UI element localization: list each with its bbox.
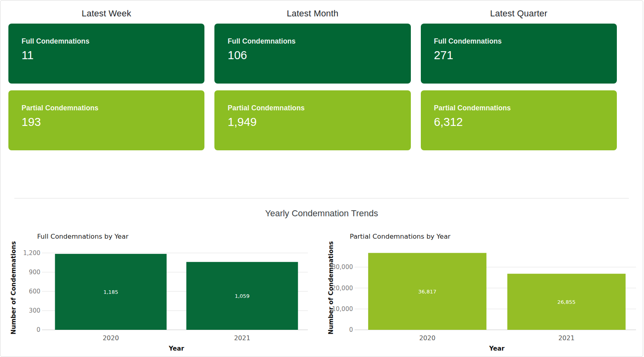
card-value: 6,312 xyxy=(434,116,609,129)
section-divider xyxy=(14,198,629,199)
x-tick-label: 2020 xyxy=(103,334,119,342)
full-condemnations-chart: 03006009001,2001,18520201,0592021Full Co… xyxy=(8,222,318,355)
summary-section: Latest Week Full Condemnations 11 Partia… xyxy=(0,0,643,157)
bar-value-label: 26,855 xyxy=(557,299,576,305)
card-value: 106 xyxy=(228,49,402,62)
card-label: Full Condemnations xyxy=(228,37,402,46)
period-title: Latest Quarter xyxy=(421,8,617,19)
x-axis-title: Year xyxy=(489,345,505,352)
y-tick-label: 600 xyxy=(29,288,40,295)
full-condemnations-card: Full Condemnations 11 xyxy=(8,24,204,84)
summary-column-week: Latest Week Full Condemnations 11 Partia… xyxy=(8,8,204,157)
card-label: Partial Condemnations xyxy=(22,104,196,112)
y-tick-label: 0 xyxy=(349,326,353,333)
summary-column-month: Latest Month Full Condemnations 106 Part… xyxy=(214,8,410,157)
dashboard-root: Latest Week Full Condemnations 11 Partia… xyxy=(0,0,643,357)
card-value: 11 xyxy=(22,49,196,62)
y-tick-label: 10,000 xyxy=(332,305,353,313)
card-value: 1,949 xyxy=(228,116,402,129)
partial-condemnations-card: Partial Condemnations 1,949 xyxy=(214,90,410,150)
period-title: Latest Week xyxy=(8,8,204,19)
partial-condemnations-card: Partial Condemnations 6,312 xyxy=(421,90,617,150)
bar-value-label: 1,185 xyxy=(103,289,118,295)
x-tick-label: 2021 xyxy=(234,334,250,342)
bar-value-label: 1,059 xyxy=(235,293,250,299)
card-value: 193 xyxy=(22,116,196,129)
card-label: Partial Condemnations xyxy=(434,104,609,112)
bar-value-label: 36,817 xyxy=(418,289,437,295)
y-tick-label: 300 xyxy=(29,307,40,314)
y-tick-label: 30,000 xyxy=(332,263,353,271)
y-axis-title: Number of Condemnations xyxy=(10,241,17,335)
y-tick-label: 20,000 xyxy=(332,285,353,292)
card-label: Partial Condemnations xyxy=(228,104,402,112)
period-title: Latest Month xyxy=(214,8,410,19)
card-label: Full Condemnations xyxy=(22,37,196,46)
x-tick-label: 2020 xyxy=(419,334,436,342)
y-tick-label: 0 xyxy=(36,326,40,333)
summary-column-quarter: Latest Quarter Full Condemnations 271 Pa… xyxy=(421,8,617,157)
full-condemnations-card: Full Condemnations 271 xyxy=(421,24,617,84)
y-axis-title: Number of Condemnations xyxy=(327,241,335,335)
y-tick-label: 1,200 xyxy=(23,249,40,257)
y-tick-label: 900 xyxy=(29,269,40,276)
card-value: 271 xyxy=(434,49,609,62)
full-condemnations-card: Full Condemnations 106 xyxy=(214,24,410,84)
charts-section: 03006009001,2001,18520201,0592021Full Co… xyxy=(0,222,643,355)
x-axis-title: Year xyxy=(168,345,184,352)
x-tick-label: 2021 xyxy=(558,334,575,342)
card-label: Full Condemnations xyxy=(434,37,609,46)
partial-condemnations-card: Partial Condemnations 193 xyxy=(8,90,204,150)
trends-section-title: Yearly Condemnation Trends xyxy=(0,208,643,219)
chart-title: Full Condemnations by Year xyxy=(37,233,129,240)
chart-title: Partial Condemnations by Year xyxy=(350,233,451,240)
partial-condemnations-chart: 010,00020,00030,00036,817202026,8552021P… xyxy=(326,222,641,355)
